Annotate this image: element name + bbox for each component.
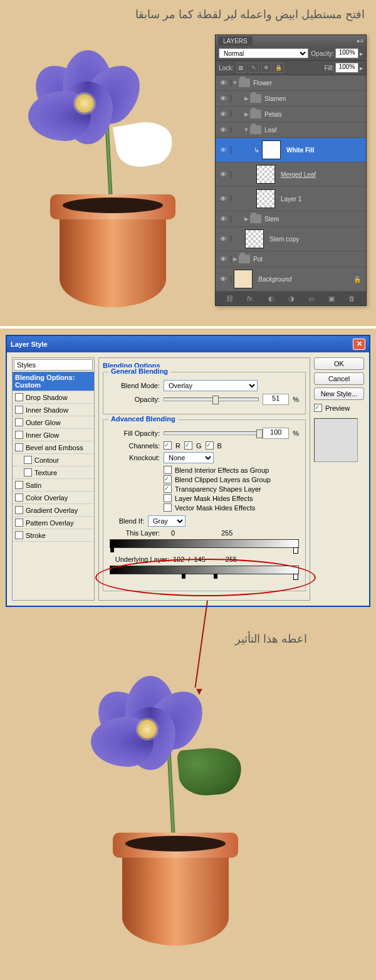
checkbox[interactable] (24, 468, 32, 477)
dialog-title: Layer Style (11, 340, 48, 348)
opacity-field[interactable]: 100% (335, 48, 358, 58)
channel-b-checkbox[interactable] (206, 441, 214, 450)
visibility-icon[interactable]: 👁 (216, 110, 231, 118)
checkbox[interactable] (15, 506, 23, 514)
style-blending-options[interactable]: Blending Options: Custom (13, 372, 94, 391)
visibility-icon[interactable]: 👁 (216, 95, 231, 102)
checkbox[interactable] (15, 481, 23, 489)
style-color-overlay[interactable]: Color Overlay (13, 492, 94, 504)
style-pattern-overlay[interactable]: Pattern Overlay (13, 517, 94, 529)
lock-buttons[interactable]: ▦✎✥🔒 (236, 63, 284, 73)
checkbox[interactable] (164, 475, 172, 483)
visibility-icon[interactable]: 👁 (216, 235, 231, 243)
ok-button[interactable]: OK (314, 357, 364, 370)
style-satin[interactable]: Satin (13, 479, 94, 492)
style-drop-shadow[interactable]: Drop Shadow (13, 391, 94, 404)
checkbox[interactable] (164, 503, 172, 512)
checkbox[interactable] (15, 393, 23, 401)
fill-opacity-slider[interactable] (164, 431, 259, 435)
layer-stamen[interactable]: 👁▶Stamen (216, 91, 366, 107)
channel-g-checkbox[interactable] (184, 441, 192, 450)
adjustment-icon[interactable]: ◑ (288, 295, 295, 303)
folder-icon (239, 255, 250, 263)
underlying-min: 102 (173, 556, 184, 563)
checkbox[interactable] (164, 466, 172, 474)
layer-merged-leaf[interactable]: 👁Merged Leaf (216, 162, 366, 187)
visibility-icon[interactable]: 👁 (216, 195, 231, 203)
style-inner-shadow[interactable]: Inner Shadow (13, 404, 94, 416)
checkbox[interactable] (164, 494, 172, 502)
channel-r-checkbox[interactable] (164, 441, 172, 450)
visibility-icon[interactable]: 👁 (216, 215, 231, 223)
this-layer-gradient[interactable] (110, 539, 299, 548)
underlying-split: 145 (194, 556, 205, 563)
visibility-icon[interactable]: 👁 (216, 171, 231, 178)
this-layer-max: 255 (221, 529, 232, 537)
blend-if-select[interactable]: Gray (148, 515, 185, 527)
folder-icon (250, 94, 261, 103)
blend-mode-select[interactable]: Normal (219, 48, 308, 58)
checkbox[interactable] (15, 493, 23, 502)
style-inner-glow[interactable]: Inner Glow (13, 429, 94, 441)
fill-opacity-value[interactable]: 100 (263, 428, 289, 439)
link-icon[interactable]: ⛓ (226, 295, 233, 302)
visibility-icon[interactable]: 👁 (216, 275, 231, 283)
knockout-label: Knockout: (110, 454, 160, 461)
fill-field[interactable]: 100% (335, 63, 358, 73)
close-icon[interactable]: ✕ (353, 339, 365, 350)
visibility-icon[interactable]: 👁 (216, 79, 231, 87)
layer-thumbnail (262, 140, 281, 159)
checkbox[interactable] (15, 531, 23, 539)
new-folder-icon[interactable]: ▭ (308, 295, 315, 303)
new-style-button[interactable]: New Style... (314, 387, 364, 400)
checkbox[interactable] (24, 456, 32, 464)
layer-white-fill[interactable]: 👁↳White Fill (216, 138, 366, 162)
checkbox[interactable] (15, 418, 23, 426)
visibility-icon[interactable]: 👁 (216, 146, 231, 154)
fx-icon[interactable]: fx. (247, 295, 254, 302)
preview-checkbox[interactable] (314, 404, 322, 412)
cancel-button[interactable]: Cancel (314, 372, 364, 385)
checkbox[interactable] (15, 443, 23, 451)
layer-flower[interactable]: 👁▼Flower (216, 75, 366, 91)
underlying-layer-gradient[interactable] (110, 566, 299, 574)
layer-stem[interactable]: 👁▶Stem (216, 211, 366, 227)
style-contour[interactable]: Contour (13, 454, 94, 466)
mask-icon[interactable]: ◐ (268, 295, 274, 303)
checkbox[interactable] (164, 485, 172, 493)
style-bevel[interactable]: Bevel and Emboss (13, 441, 94, 454)
style-texture[interactable]: Texture (13, 466, 94, 479)
this-layer-label: This Layer: (110, 529, 160, 537)
blend-mode-select[interactable]: Overlay (164, 380, 258, 391)
lock-icon: 🔒 (353, 276, 361, 283)
checkbox[interactable] (15, 519, 23, 527)
layer-pot[interactable]: 👁▶Pot (216, 251, 366, 267)
trash-icon[interactable]: 🗑 (348, 295, 355, 302)
opt-label: Transparency Shapes Layer (175, 485, 261, 493)
style-gradient-overlay[interactable]: Gradient Overlay (13, 504, 94, 517)
underlying-max: 255 (226, 556, 237, 563)
layer-petals[interactable]: 👁▶Petals (216, 107, 366, 122)
layers-panel: LAYERS ▸≡ Normal Opacity: 100%▸ Lock: ▦✎… (215, 34, 367, 306)
layer-layer1[interactable]: 👁Layer 1 (216, 187, 366, 211)
opacity-value[interactable]: 51 (263, 394, 289, 405)
visibility-icon[interactable]: 👁 (216, 255, 231, 263)
opacity-slider[interactable] (164, 398, 259, 401)
layer-style-dialog: Layer Style ✕ Styles Blending Options: C… (6, 335, 370, 607)
visibility-icon[interactable]: 👁 (216, 126, 231, 134)
layer-stem-copy[interactable]: 👁Stem copy (216, 227, 366, 251)
dialog-titlebar[interactable]: Layer Style ✕ (7, 336, 369, 352)
layer-leaf[interactable]: 👁▼Leaf (216, 122, 366, 138)
knockout-select[interactable]: None (164, 452, 214, 463)
style-stroke[interactable]: Stroke (13, 529, 94, 542)
opt-label: Blend Interior Effects as Group (175, 466, 269, 474)
new-layer-icon[interactable]: ▣ (328, 295, 335, 303)
style-outer-glow[interactable]: Outer Glow (13, 416, 94, 429)
layer-background[interactable]: 👁Background🔒 (216, 267, 366, 292)
layers-tab[interactable]: LAYERS (218, 36, 253, 46)
checkbox[interactable] (15, 431, 23, 439)
fill-label: Fill: (324, 65, 334, 71)
checkbox[interactable] (15, 406, 23, 414)
panel-menu-icon[interactable]: ▸≡ (357, 38, 363, 44)
styles-header[interactable]: Styles (14, 359, 93, 371)
